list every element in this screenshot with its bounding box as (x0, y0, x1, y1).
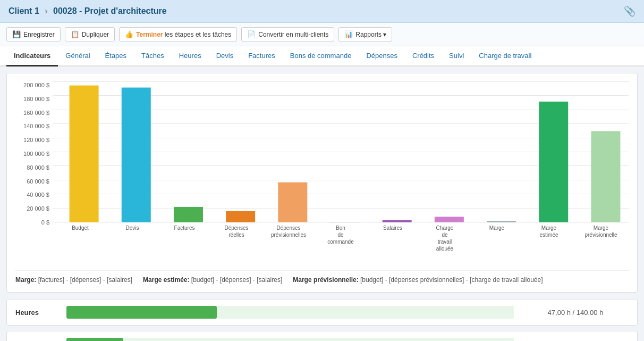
x-labels-container: BudgetDevisFacturesDépenses réellesDépen… (53, 224, 629, 252)
duplicate-label: Dupliquer (82, 31, 109, 38)
duplicate-button[interactable]: 📋 Dupliquer (65, 27, 115, 41)
y-label-20k: 20 000 $ (15, 205, 53, 212)
bar-depenses_reelles (226, 211, 255, 222)
heures-metric-card: Heures 47,00 h / 140,00 h (6, 299, 638, 326)
heures-bar-container (66, 306, 514, 319)
paperclip-icon: 📎 (624, 5, 635, 17)
heures-metric-value: 47,00 h / 140,00 h (522, 309, 629, 317)
tab-bons-commande[interactable]: Bons de commande (283, 46, 359, 66)
convert-button[interactable]: 📄 Convertir en multi-clients (241, 27, 334, 41)
y-label-180k: 180 000 $ (15, 96, 53, 102)
complete-label: Terminer les étapes et les tâches (136, 31, 231, 38)
toolbar: 💾 Enregistrer 📋 Dupliquer 👍 Terminer les… (0, 23, 644, 46)
header-title: Client 1 › 00028 - Projet d'architecture (9, 6, 167, 16)
formula-marge-estimee: Marge estimée: [budget] - [dépenses] - [… (143, 276, 282, 284)
breadcrumb-separator: › (45, 6, 50, 15)
tabs-bar: Indicateurs Général Étapes Tâches Heures… (0, 46, 644, 66)
reports-icon: 📊 (344, 30, 353, 38)
bar-marge_estimee (539, 102, 568, 222)
tab-charge-travail[interactable]: Charge de travail (471, 46, 539, 66)
reports-button[interactable]: 📊 Rapports ▾ (338, 27, 392, 41)
x-label-depenses_prev: Dépenses prévisionnelles (263, 224, 314, 252)
bar-depenses_prev (278, 182, 307, 222)
save-icon: 💾 (12, 30, 21, 38)
heures-bar-fill (66, 306, 217, 319)
y-label-120k: 120 000 $ (15, 137, 53, 143)
chart-y-axis: 0 $ 20 000 $ 40 000 $ 60 000 $ 80 000 $ … (15, 82, 53, 252)
tab-devis[interactable]: Devis (209, 46, 241, 66)
formula-marge: Marge: [factures] - [dépenses] - [salair… (15, 276, 132, 284)
save-button[interactable]: 💾 Enregistrer (6, 27, 61, 41)
x-label-factures: Factures (159, 224, 210, 252)
x-label-marge: Marge (471, 224, 522, 252)
tab-factures[interactable]: Factures (241, 46, 283, 66)
bar-chart-svg (53, 82, 629, 222)
bar-bon_commande (331, 222, 360, 222)
bar-budget (70, 86, 99, 222)
chart-card: 0 $ 20 000 $ 40 000 $ 60 000 $ 80 000 $ … (6, 73, 638, 293)
tab-etapes[interactable]: Étapes (98, 46, 134, 66)
thumbsup-icon: 👍 (125, 30, 133, 38)
formula-marge-prev: Marge prévisionnelle: [budget] - [dépens… (293, 276, 543, 284)
tab-heures[interactable]: Heures (172, 46, 209, 66)
y-label-60k: 60 000 $ (15, 178, 53, 185)
formula-row: Marge: [factures] - [dépenses] - [salair… (15, 270, 629, 284)
convert-icon: 📄 (247, 30, 256, 38)
reports-label: Rapports ▾ (355, 31, 386, 38)
main-content: 0 $ 20 000 $ 40 000 $ 60 000 $ 80 000 $ … (0, 66, 644, 341)
x-label-devis: Devis (107, 224, 158, 252)
tab-indicateurs[interactable]: Indicateurs (6, 46, 58, 66)
x-label-marge_estimee: Marge estimée (523, 224, 574, 252)
duplicate-icon: 📋 (71, 30, 79, 38)
x-label-salaires: Salaires (367, 224, 418, 252)
y-label-80k: 80 000 $ (15, 164, 53, 171)
chart-area: 0 $ 20 000 $ 40 000 $ 60 000 $ 80 000 $ … (15, 82, 629, 263)
bar-marge_prev (591, 131, 620, 222)
x-label-budget: Budget (55, 224, 106, 252)
budget-metric-card: Budget 25 500,00 $ / 200 000,00 $ (6, 331, 638, 341)
tab-taches[interactable]: Tâches (134, 46, 172, 66)
y-label-140k: 140 000 $ (15, 123, 53, 129)
chart-body: BudgetDevisFacturesDépenses réellesDépen… (53, 82, 629, 252)
bar-salaires (383, 220, 412, 222)
client-label: Client 1 (9, 6, 39, 15)
complete-button[interactable]: 👍 Terminer les étapes et les tâches (119, 27, 237, 41)
y-label-160k: 160 000 $ (15, 110, 53, 116)
budget-bar-container (66, 338, 514, 341)
bar-marge (487, 221, 516, 222)
header-bar: Client 1 › 00028 - Projet d'architecture… (0, 0, 644, 23)
heures-metric-title: Heures (15, 309, 58, 317)
budget-bar-fill (66, 338, 123, 341)
x-label-charge_allouee: Charge de travail allouée (419, 224, 470, 252)
x-label-marge_prev: Marge prévisionnelle (575, 224, 626, 252)
x-label-bon_commande: Bon de commande (315, 224, 366, 252)
save-label: Enregistrer (23, 31, 55, 38)
y-label-200k: 200 000 $ (15, 82, 53, 88)
x-label-depenses_reelles: Dépenses réelles (211, 224, 262, 252)
convert-label: Convertir en multi-clients (258, 31, 328, 38)
bar-devis (122, 88, 151, 222)
project-label: 00028 - Projet d'architecture (53, 6, 167, 15)
tab-general[interactable]: Général (58, 46, 97, 66)
bar-factures (174, 207, 203, 222)
tab-suivi[interactable]: Suivi (442, 46, 471, 66)
y-label-0: 0 $ (15, 219, 53, 226)
tab-depenses[interactable]: Dépenses (359, 46, 405, 66)
y-label-100k: 100 000 $ (15, 151, 53, 157)
bar-charge_allouee (435, 217, 464, 222)
y-label-40k: 40 000 $ (15, 192, 53, 198)
tab-credits[interactable]: Crédits (405, 46, 442, 66)
